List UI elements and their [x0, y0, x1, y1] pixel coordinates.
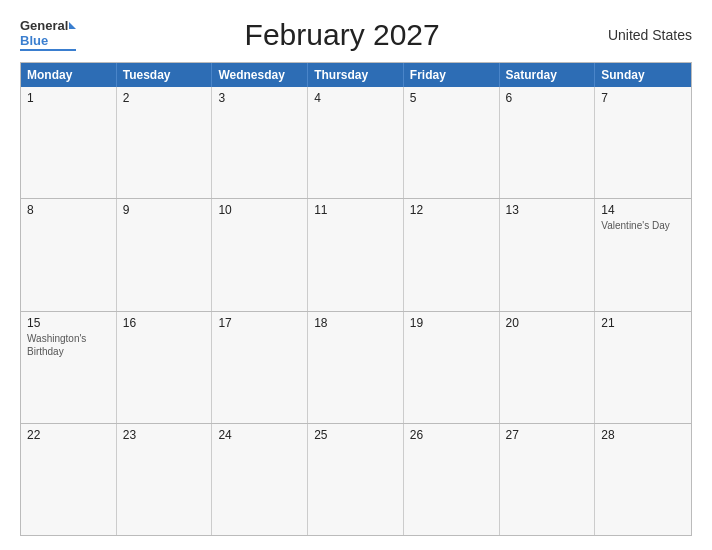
- logo-general-text: General: [20, 19, 68, 33]
- calendar-cell: 15Washington's Birthday: [21, 312, 117, 423]
- calendar-cell: 13: [500, 199, 596, 310]
- calendar-cell: 8: [21, 199, 117, 310]
- logo-triangle-icon: [69, 22, 76, 29]
- calendar-header-cell: Tuesday: [117, 63, 213, 87]
- calendar-cell: 16: [117, 312, 213, 423]
- day-number: 4: [314, 91, 397, 105]
- calendar-body: 1234567891011121314Valentine's Day15Wash…: [21, 87, 691, 535]
- calendar-cell: 28: [595, 424, 691, 535]
- calendar-cell: 26: [404, 424, 500, 535]
- calendar-cell: 25: [308, 424, 404, 535]
- calendar-cell: 6: [500, 87, 596, 198]
- calendar-week-row: 891011121314Valentine's Day: [21, 198, 691, 310]
- day-number: 20: [506, 316, 589, 330]
- calendar-cell: 3: [212, 87, 308, 198]
- calendar-cell: 18: [308, 312, 404, 423]
- day-number: 15: [27, 316, 110, 330]
- country-label: United States: [608, 27, 692, 43]
- day-number: 7: [601, 91, 685, 105]
- calendar-cell: 4: [308, 87, 404, 198]
- calendar-cell: 12: [404, 199, 500, 310]
- calendar-cell: 22: [21, 424, 117, 535]
- calendar-header-cell: Friday: [404, 63, 500, 87]
- day-number: 3: [218, 91, 301, 105]
- day-number: 10: [218, 203, 301, 217]
- day-number: 12: [410, 203, 493, 217]
- day-number: 18: [314, 316, 397, 330]
- page: General Blue February 2027 United States…: [0, 0, 712, 550]
- holiday-label: Washington's Birthday: [27, 332, 110, 358]
- day-number: 2: [123, 91, 206, 105]
- calendar-cell: 10: [212, 199, 308, 310]
- calendar-cell: 9: [117, 199, 213, 310]
- day-number: 11: [314, 203, 397, 217]
- calendar: MondayTuesdayWednesdayThursdayFridaySatu…: [20, 62, 692, 536]
- calendar-week-row: 22232425262728: [21, 423, 691, 535]
- day-number: 8: [27, 203, 110, 217]
- calendar-cell: 5: [404, 87, 500, 198]
- day-number: 19: [410, 316, 493, 330]
- logo: General Blue: [20, 19, 76, 51]
- logo-underline: [20, 49, 76, 51]
- day-number: 26: [410, 428, 493, 442]
- calendar-week-row: 1234567: [21, 87, 691, 198]
- calendar-cell: 11: [308, 199, 404, 310]
- calendar-cell: 17: [212, 312, 308, 423]
- day-number: 6: [506, 91, 589, 105]
- day-number: 17: [218, 316, 301, 330]
- calendar-header-cell: Sunday: [595, 63, 691, 87]
- calendar-week-row: 15Washington's Birthday161718192021: [21, 311, 691, 423]
- calendar-cell: 27: [500, 424, 596, 535]
- calendar-header-cell: Wednesday: [212, 63, 308, 87]
- calendar-header-row: MondayTuesdayWednesdayThursdayFridaySatu…: [21, 63, 691, 87]
- calendar-header-cell: Thursday: [308, 63, 404, 87]
- header: General Blue February 2027 United States: [20, 18, 692, 52]
- day-number: 25: [314, 428, 397, 442]
- calendar-cell: 24: [212, 424, 308, 535]
- calendar-header-cell: Monday: [21, 63, 117, 87]
- day-number: 9: [123, 203, 206, 217]
- day-number: 27: [506, 428, 589, 442]
- calendar-cell: 21: [595, 312, 691, 423]
- calendar-cell: 20: [500, 312, 596, 423]
- day-number: 22: [27, 428, 110, 442]
- day-number: 5: [410, 91, 493, 105]
- calendar-cell: 7: [595, 87, 691, 198]
- day-number: 21: [601, 316, 685, 330]
- day-number: 16: [123, 316, 206, 330]
- calendar-cell: 19: [404, 312, 500, 423]
- holiday-label: Valentine's Day: [601, 219, 685, 232]
- day-number: 13: [506, 203, 589, 217]
- calendar-cell: 14Valentine's Day: [595, 199, 691, 310]
- calendar-cell: 2: [117, 87, 213, 198]
- day-number: 1: [27, 91, 110, 105]
- day-number: 28: [601, 428, 685, 442]
- logo-blue-text: Blue: [20, 34, 48, 48]
- calendar-header-cell: Saturday: [500, 63, 596, 87]
- calendar-cell: 1: [21, 87, 117, 198]
- day-number: 24: [218, 428, 301, 442]
- day-number: 14: [601, 203, 685, 217]
- calendar-cell: 23: [117, 424, 213, 535]
- calendar-title: February 2027: [245, 18, 440, 52]
- day-number: 23: [123, 428, 206, 442]
